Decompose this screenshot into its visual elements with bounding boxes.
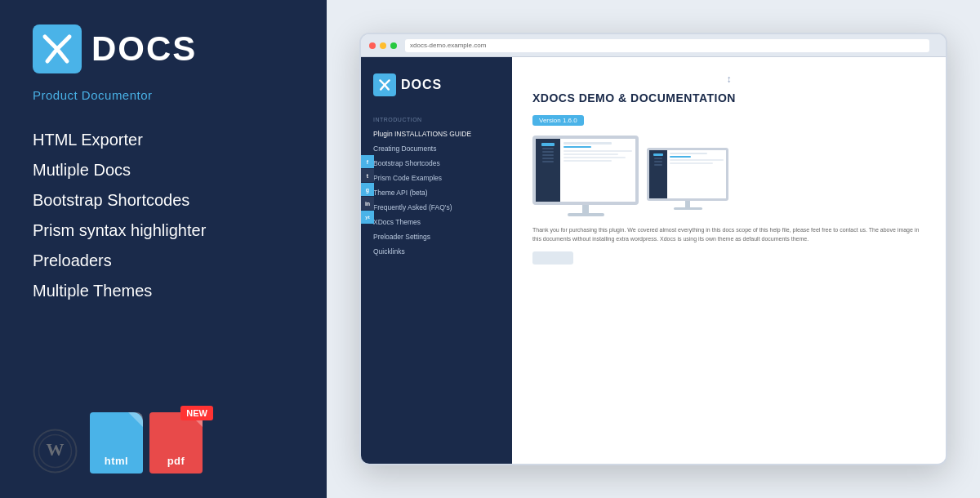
browser-dot-yellow	[380, 42, 386, 49]
social-icon-2: t	[361, 169, 374, 182]
demo-nav-item-7[interactable]: XDocs Themes	[373, 215, 500, 229]
demo-nav-item-5[interactable]: Theme API (beta)	[373, 185, 500, 200]
monitor-main-small	[667, 150, 726, 198]
demo-nav-item-3[interactable]: Bootstrap Shortcodes	[373, 156, 500, 171]
wordpress-logo-icon: W	[33, 429, 78, 474]
monitor-sidebar-inner	[536, 139, 560, 202]
right-panel: xdocs-demo.example.com DOCS	[327, 0, 980, 498]
monitor-small	[647, 148, 728, 216]
demo-logo-icon	[373, 73, 396, 96]
svg-line-3	[57, 49, 67, 61]
feature-item-2: Mutliple Docs	[33, 155, 294, 185]
html-file-icon: html	[90, 412, 143, 474]
feature-item-4: Prism syntax highlighter	[33, 216, 294, 246]
demo-logo-area: DOCS	[361, 73, 512, 96]
demo-description: Thank you for purchasing this plugin. We…	[532, 226, 925, 243]
demo-sidebar: DOCS INTRODUCTION Plugin INSTALLATIONS G…	[361, 57, 512, 464]
url-text: xdocs-demo.example.com	[410, 42, 486, 49]
demo-monitors	[532, 136, 925, 216]
demo-nav-item-8[interactable]: Preloader Settings	[373, 229, 500, 244]
logo-icon	[33, 24, 82, 73]
social-icon-1: f	[361, 155, 374, 168]
demo-main-title: XDOCS DEMO & DOCUMENTATION	[532, 91, 925, 104]
social-icons-bar: f t g in yt	[361, 155, 374, 224]
demo-button-placeholder[interactable]	[532, 251, 573, 265]
browser-dots	[369, 42, 397, 49]
feature-item-3: Bootstrap Shortcodes	[33, 185, 294, 216]
social-icon-3: g	[361, 183, 374, 196]
demo-nav-section-title: INTRODUCTION	[373, 117, 500, 122]
browser-dot-red	[369, 42, 376, 49]
demo-main-content: ↕ XDOCS DEMO & DOCUMENTATION Version 1.6…	[512, 57, 946, 464]
monitor-stand	[568, 205, 604, 216]
demo-button-area	[532, 251, 925, 268]
feature-list: HTML Exporter Mutliple Docs Bootstrap Sh…	[33, 125, 294, 306]
demo-nav-item-9[interactable]: Quicklinks	[373, 244, 500, 259]
monitor-main-inner	[560, 139, 635, 202]
monitor-large	[532, 136, 639, 216]
feature-item-6: Multiple Themes	[33, 276, 294, 306]
arrow-icon: ↕	[532, 73, 925, 85]
demo-nav-item-6[interactable]: Frequently Asked (FAQ's)	[373, 200, 500, 215]
logo-text: DOCS	[91, 29, 197, 69]
tagline: Product Documentor	[33, 88, 294, 102]
monitor-sidebar-small	[649, 150, 667, 198]
browser-url-bar: xdocs-demo.example.com	[405, 39, 929, 52]
browser-dot-green	[390, 42, 397, 49]
demo-nav-item-2[interactable]: Creating Documents	[373, 141, 500, 156]
new-badge: NEW	[180, 406, 213, 420]
demo-nav-item-1[interactable]: Plugin INSTALLATIONS GUIDE	[373, 127, 500, 141]
pdf-label: pdf	[167, 455, 185, 467]
demo-logo-text: DOCS	[401, 78, 442, 92]
logo-area: DOCS	[33, 24, 294, 73]
monitor-stand-small	[674, 201, 702, 210]
svg-text:W: W	[47, 439, 65, 460]
html-label: html	[105, 455, 128, 467]
feature-item-5: Preloaders	[33, 246, 294, 276]
left-panel: DOCS Product Documentor HTML Exporter Mu…	[0, 0, 327, 498]
version-badge: Version 1.6.0	[532, 115, 584, 126]
svg-line-10	[385, 85, 389, 90]
browser-top-bar: xdocs-demo.example.com	[361, 34, 946, 57]
file-icons-group: html pdf NEW	[90, 412, 209, 474]
demo-nav-section: INTRODUCTION Plugin INSTALLATIONS GUIDE …	[361, 117, 512, 259]
svg-line-0	[45, 37, 57, 49]
pdf-file-icon: pdf	[149, 412, 203, 474]
feature-item-1: HTML Exporter	[33, 125, 294, 155]
monitor-screen-small	[647, 148, 728, 201]
bottom-area: W html pdf NEW	[33, 412, 294, 474]
browser-content: DOCS INTRODUCTION Plugin INSTALLATIONS G…	[361, 57, 946, 464]
monitor-screen-large	[532, 136, 639, 205]
svg-line-2	[47, 49, 57, 61]
social-icon-4: in	[361, 197, 374, 210]
social-icon-5: yt	[361, 211, 374, 224]
demo-nav-item-4[interactable]: Prism Code Examples	[373, 171, 500, 185]
svg-line-1	[57, 37, 69, 49]
browser-mockup: xdocs-demo.example.com DOCS	[359, 33, 947, 465]
